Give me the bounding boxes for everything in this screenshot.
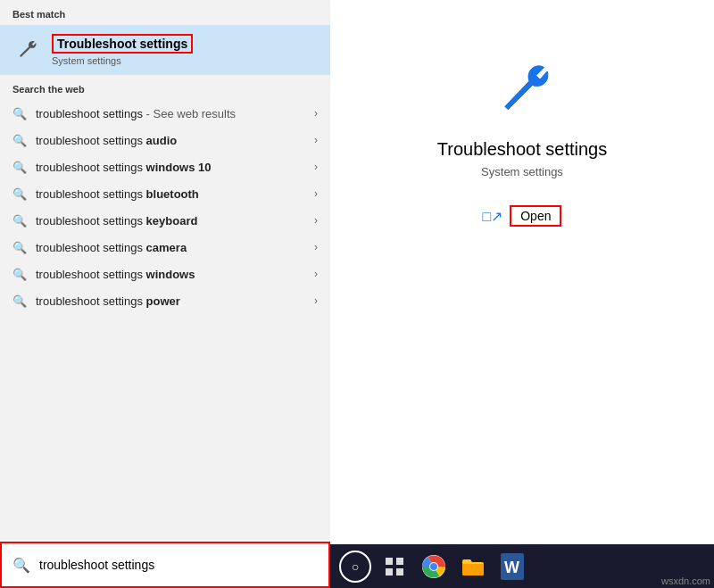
- search-bar-icon: 🔍: [12, 557, 30, 574]
- taskbar-word-icon[interactable]: W: [496, 551, 528, 583]
- search-item-text-4: troubleshoot settings keyboard: [36, 214, 305, 228]
- chevron-5: ›: [314, 241, 318, 253]
- search-item-text-0: troubleshoot settings - See web results: [36, 107, 305, 120]
- search-item-text-1: troubleshoot settings audio: [36, 134, 305, 147]
- best-match-label: Best match: [0, 0, 330, 25]
- open-button-wrapper: □↗ Open: [483, 205, 562, 227]
- left-panel: Best match Troubleshoot settings System …: [0, 0, 330, 588]
- svg-point-6: [430, 563, 437, 570]
- taskbar-chrome-icon[interactable]: [418, 551, 450, 583]
- search-icon-1: 🔍: [12, 133, 27, 147]
- search-item-2[interactable]: 🔍 troubleshoot settings windows 10 ›: [0, 153, 330, 180]
- best-match-subtitle: System settings: [52, 55, 193, 66]
- svg-rect-1: [396, 558, 403, 565]
- chevron-3: ›: [314, 187, 318, 200]
- open-window-icon: □↗: [483, 208, 503, 225]
- best-match-item[interactable]: Troubleshoot settings System settings: [0, 25, 330, 75]
- svg-rect-0: [386, 558, 393, 565]
- detail-title: Troubleshoot settings: [437, 139, 607, 160]
- chevron-0: ›: [314, 107, 318, 120]
- chevron-7: ›: [314, 294, 318, 307]
- search-icon-5: 🔍: [12, 240, 27, 254]
- svg-text:W: W: [504, 559, 519, 576]
- search-icon-3: 🔍: [12, 186, 27, 201]
- best-match-title: Troubleshoot settings: [52, 34, 193, 54]
- taskbar: ○ W: [330, 544, 714, 588]
- search-item-1[interactable]: 🔍 troubleshoot settings audio ›: [0, 127, 330, 153]
- search-item-7[interactable]: 🔍 troubleshoot settings power ›: [0, 287, 330, 314]
- svg-rect-2: [386, 568, 393, 576]
- detail-subtitle: System settings: [481, 165, 563, 178]
- taskbar-grid-icon[interactable]: [378, 551, 411, 583]
- detail-wrench-icon: [486, 54, 558, 125]
- svg-rect-3: [396, 568, 403, 576]
- search-item-text-5: troubleshoot settings camera: [36, 241, 305, 254]
- search-item-4[interactable]: 🔍 troubleshoot settings keyboard ›: [0, 207, 330, 234]
- chevron-6: ›: [314, 268, 318, 280]
- search-item-text-3: troubleshoot settings bluetooth: [36, 187, 305, 201]
- search-icon-7: 🔍: [12, 294, 27, 308]
- taskbar-folder-icon[interactable]: [457, 551, 489, 583]
- search-icon-4: 🔍: [12, 213, 27, 228]
- search-item-text-7: troubleshoot settings power: [36, 294, 305, 308]
- chevron-2: ›: [314, 161, 318, 173]
- right-panel: Troubleshoot settings System settings □↗…: [330, 0, 714, 544]
- open-button[interactable]: Open: [510, 205, 561, 227]
- chevron-1: ›: [314, 134, 318, 146]
- search-item-0[interactable]: 🔍 troubleshoot settings - See web result…: [0, 100, 330, 127]
- best-match-text: Troubleshoot settings System settings: [52, 34, 193, 66]
- search-item-5[interactable]: 🔍 troubleshoot settings camera ›: [0, 234, 330, 261]
- search-item-text-6: troubleshoot settings windows: [36, 268, 305, 281]
- search-item-text-2: troubleshoot settings windows 10: [36, 161, 305, 174]
- search-icon-2: 🔍: [12, 160, 27, 174]
- search-item-3[interactable]: 🔍 troubleshoot settings bluetooth ›: [0, 180, 330, 207]
- watermark: wsxdn.com: [661, 576, 710, 586]
- search-icon-6: 🔍: [12, 267, 27, 281]
- search-bar[interactable]: 🔍: [0, 542, 330, 588]
- search-icon-0: 🔍: [12, 106, 27, 120]
- search-item-6[interactable]: 🔍 troubleshoot settings windows ›: [0, 261, 330, 287]
- taskbar-circle[interactable]: ○: [339, 551, 371, 583]
- chevron-4: ›: [314, 214, 318, 227]
- wrench-icon-small: [12, 36, 41, 64]
- web-label: Search the web: [0, 75, 330, 100]
- search-bar-input[interactable]: [39, 558, 318, 572]
